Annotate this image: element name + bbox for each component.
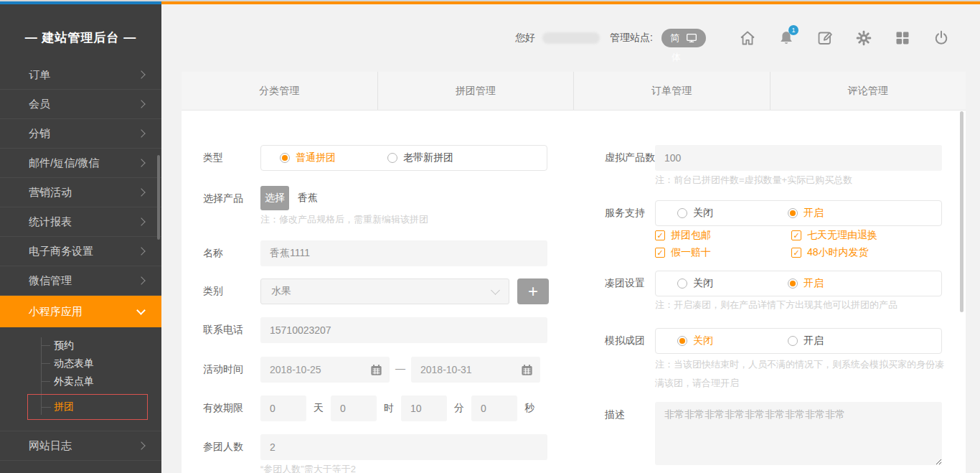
grid-icon[interactable] xyxy=(894,29,911,47)
validity-minutes-input[interactable] xyxy=(401,395,447,421)
category-select[interactable]: 水果 xyxy=(260,278,509,304)
chevron-right-icon xyxy=(137,70,145,78)
sidebar-item-orders-clipped[interactable]: 订单 xyxy=(0,70,161,90)
checkbox-7day-return[interactable]: ✓ 七天无理由退换 xyxy=(791,229,942,242)
checkbox-checked-icon: ✓ xyxy=(791,248,801,258)
sidebar-scrollbar-thumb[interactable] xyxy=(157,155,160,240)
sidebar-item-miniprogram-apps[interactable]: 小程序应用 xyxy=(0,296,161,327)
checkbox-checked-icon: ✓ xyxy=(655,230,665,240)
checkbox-checked-icon: ✓ xyxy=(655,248,665,258)
top-header: 您好 管理站点: 简 体 1 xyxy=(161,4,980,72)
groupbuy-edit-form: 类型 普通拼团 老带新拼团 选择产品 选择 香蕉 注：修改产品规格后，需重新编辑… xyxy=(182,110,966,473)
radio-normal-groupbuy-label[interactable]: 普通拼团 xyxy=(296,151,336,164)
radio-service-on-label[interactable]: 开启 xyxy=(804,207,824,220)
radio-simulate-on[interactable] xyxy=(788,336,798,346)
sidebar-item-marketing[interactable]: 营销活动 xyxy=(0,178,161,207)
validity-seconds-input[interactable] xyxy=(471,395,517,421)
radio-gather-on[interactable] xyxy=(788,278,798,289)
app-title: — 建站管理后台 — xyxy=(0,4,161,70)
virtual-count-row: 虚拟产品数 xyxy=(605,145,942,171)
bell-icon[interactable]: 1 xyxy=(778,29,795,47)
radio-service-off-label[interactable]: 关闭 xyxy=(693,207,713,220)
submenu-item-groupbuy: 拼团 xyxy=(28,401,74,413)
validity-days-unit: 天 xyxy=(314,395,324,415)
validity-hours-input[interactable] xyxy=(331,395,377,421)
choose-product-button[interactable]: 选择 xyxy=(260,186,289,210)
submenu-item-takeout-order[interactable]: 外卖点单 xyxy=(0,373,161,390)
checkbox-48h-shipping[interactable]: ✓ 48小时内发货 xyxy=(791,246,942,259)
chevron-down-icon xyxy=(136,306,146,315)
validity-days-input[interactable] xyxy=(260,395,306,421)
tab-order-management[interactable]: 订单管理 xyxy=(573,72,770,110)
panel-scrollbar-thumb[interactable] xyxy=(960,111,963,312)
selected-product-name: 香蕉 xyxy=(298,186,318,210)
radio-service-off[interactable] xyxy=(677,208,687,218)
sidebar-item-site-log[interactable]: 网站日志 xyxy=(0,431,161,461)
submenu-item-groupbuy-highlight[interactable]: 拼团 xyxy=(27,394,148,420)
language-toggle[interactable]: 简 xyxy=(661,29,706,47)
home-icon[interactable] xyxy=(739,29,756,47)
managed-site-label: 管理站点: xyxy=(610,32,653,45)
phone-input[interactable] xyxy=(260,317,547,343)
simulate-group-row: 模拟成团 关闭 开启 xyxy=(605,328,942,354)
content-panel: 分类管理 拼团管理 订单管理 评论管理 类型 普通拼团 老带新拼团 选择产品 选… xyxy=(182,72,966,473)
sidebar-item-distribution[interactable]: 分销 xyxy=(0,119,161,149)
edit-icon[interactable] xyxy=(816,29,834,47)
chevron-right-icon xyxy=(137,159,145,167)
radio-gather-on-label[interactable]: 开启 xyxy=(804,277,824,290)
people-input[interactable] xyxy=(260,434,547,460)
radio-gather-off[interactable] xyxy=(677,278,687,289)
radio-old-new-groupbuy[interactable] xyxy=(387,153,397,163)
radio-simulate-off-label[interactable]: 关闭 xyxy=(693,334,713,347)
validity-label: 有效期限 xyxy=(203,395,260,415)
radio-simulate-on-label[interactable]: 开启 xyxy=(804,334,824,347)
description-textarea[interactable]: 非常非常非常非常非常非常非常非常非常 xyxy=(655,402,942,465)
gather-setting-row: 凑团设置 关闭 开启 xyxy=(605,271,942,296)
name-row: 名称 xyxy=(203,240,547,266)
chevron-right-icon xyxy=(137,247,145,255)
radio-service-on[interactable] xyxy=(788,208,798,218)
notification-badge: 1 xyxy=(788,25,798,35)
sidebar-menu: 订单 会员 分销 邮件/短信/微信 营销活动 统计报表 电子商务设置 微信管理 … xyxy=(0,70,161,473)
radio-gather-off-label[interactable]: 关闭 xyxy=(693,277,713,290)
service-checkboxes-row: ✓ 拼团包邮 ✓ 七天无理由退换 ✓ 假一赔十 ✓ 48小时内发货 xyxy=(655,229,942,259)
language-toggle-overflow-text: 体 xyxy=(672,51,681,64)
submenu-item-dynamic-form[interactable]: 动态表单 xyxy=(0,355,161,373)
add-category-button[interactable]: + xyxy=(517,278,549,304)
submenu-item-booking[interactable]: 预约 xyxy=(0,337,161,355)
radio-normal-groupbuy[interactable] xyxy=(280,153,290,163)
sidebar-item-ecommerce-settings[interactable]: 电子商务设置 xyxy=(0,237,161,266)
virtual-count-input[interactable] xyxy=(655,145,942,171)
people-row: 参团人数 xyxy=(203,434,547,460)
tab-bar: 分类管理 拼团管理 订单管理 评论管理 xyxy=(182,72,966,111)
name-input[interactable] xyxy=(260,240,547,266)
chevron-right-icon xyxy=(137,217,145,225)
sidebar-item-wechat-management[interactable]: 微信管理 xyxy=(0,266,161,296)
service-support-label: 服务支持 xyxy=(605,200,655,220)
sidebar-item-mail-sms-wechat[interactable]: 邮件/短信/微信 xyxy=(0,149,161,178)
tab-review-management[interactable]: 评论管理 xyxy=(770,72,966,110)
end-date-value: 2018-10-31 xyxy=(420,364,472,375)
power-icon[interactable] xyxy=(933,29,950,47)
miniprogram-submenu: 预约 动态表单 外卖点单 拼团 xyxy=(0,327,161,431)
description-label: 描述 xyxy=(605,402,655,421)
end-date-input[interactable]: 2018-10-31 xyxy=(411,357,540,383)
checkbox-free-shipping[interactable]: ✓ 拼团包邮 xyxy=(655,229,791,242)
gear-icon[interactable] xyxy=(855,29,872,47)
radio-old-new-groupbuy-label[interactable]: 老带新拼团 xyxy=(403,151,453,164)
product-row: 选择产品 选择 香蕉 xyxy=(203,186,318,210)
sidebar-item-reports[interactable]: 统计报表 xyxy=(0,207,161,237)
category-row: 类别 水果 + xyxy=(203,278,549,304)
radio-simulate-off[interactable] xyxy=(677,336,687,346)
chevron-down-icon xyxy=(491,286,500,295)
type-radio-group: 普通拼团 老带新拼团 xyxy=(260,145,547,171)
tab-groupbuy-management[interactable]: 拼团管理 xyxy=(377,72,574,110)
simulate-note: 注：当该团快结束时，人员不满的情况下，则系统会模拟买家的身份凑满该团，请合理开启 xyxy=(655,355,948,393)
tab-category-management[interactable]: 分类管理 xyxy=(182,72,377,110)
start-date-value: 2018-10-25 xyxy=(270,364,321,375)
start-date-input[interactable]: 2018-10-25 xyxy=(260,357,390,383)
greeting-text: 您好 xyxy=(515,32,535,45)
date-range-separator: — xyxy=(395,362,405,374)
checkbox-fake-one-pay-ten[interactable]: ✓ 假一赔十 xyxy=(655,246,791,259)
sidebar-item-members[interactable]: 会员 xyxy=(0,90,161,119)
